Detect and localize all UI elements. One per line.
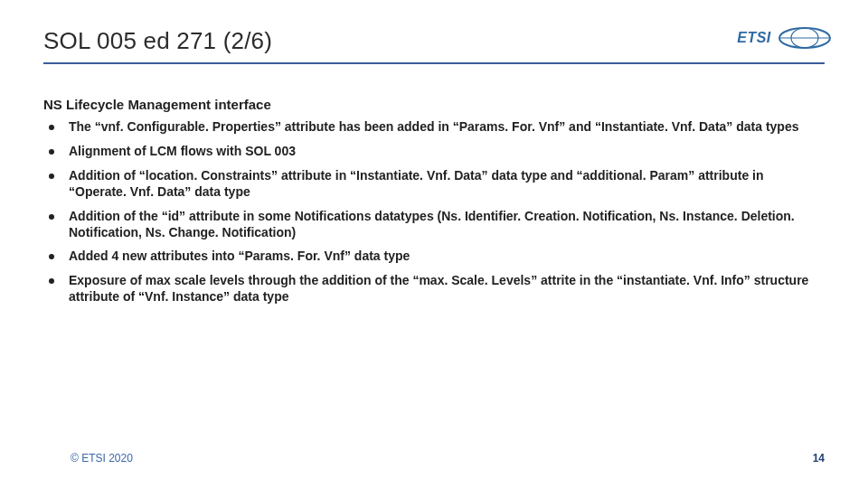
- section-heading: NS Lifecycle Management interface: [43, 97, 825, 112]
- copyright: © ETSI 2020: [71, 452, 133, 465]
- list-item: Addition of the “id” attribute in some N…: [43, 209, 825, 241]
- list-item: The “vnf. Configurable. Properties” attr…: [43, 119, 825, 136]
- bullet-list: The “vnf. Configurable. Properties” attr…: [43, 119, 825, 305]
- page-title: SOL 005 ed 271 (2/6): [43, 27, 825, 64]
- list-item: Added 4 new attributes into “Params. For…: [43, 249, 825, 265]
- list-item: Alignment of LCM flows with SOL 003: [43, 144, 825, 160]
- list-item: Addition of “location. Constraints” attr…: [43, 168, 825, 201]
- list-item: Exposure of max scale levels through the…: [43, 273, 825, 305]
- page-number: 14: [813, 452, 825, 465]
